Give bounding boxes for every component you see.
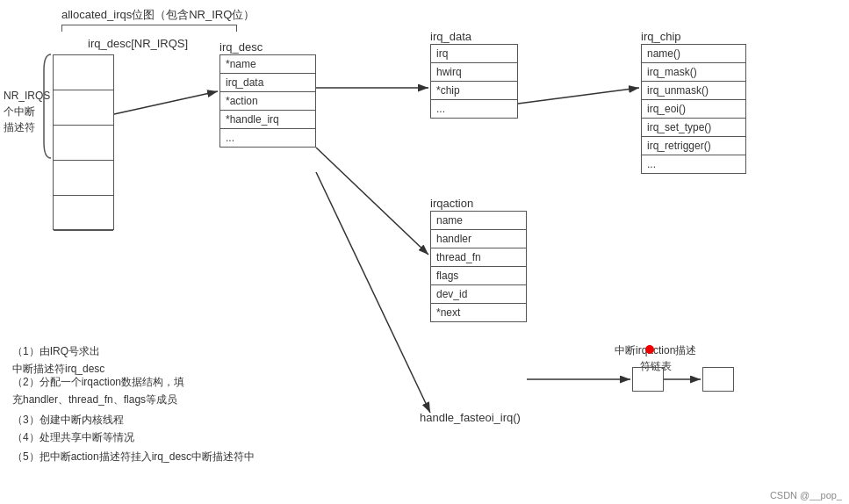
irqdesc-dots: ...	[220, 129, 315, 147]
irqaction-devid: dev_id	[431, 285, 526, 304]
irqdesc-array-box	[53, 54, 114, 230]
diagram-container: allocated_irqs位图（包含NR_IRQ位） irq_desc[NR_…	[0, 0, 849, 504]
irqdesc-struct: *name irq_data *action *handle_irq ...	[219, 54, 316, 148]
annotation-3: （3）创建中断内核线程	[12, 411, 124, 428]
watermark: CSDN @__pop_	[770, 490, 842, 500]
irqdata-box: irq hwirq *chip ...	[430, 44, 518, 119]
array-row-1	[54, 55, 113, 90]
annotation-2: （2）分配一个irqaction数据结构，填 充handler、thread_f…	[12, 373, 184, 409]
irqchip-box: name() irq_mask() irq_unmask() irq_eoi()…	[641, 44, 746, 174]
annotation-4: （4）处理共享中断等情况	[12, 428, 134, 446]
svg-line-6	[316, 172, 430, 413]
array-row-3	[54, 126, 113, 161]
irqaction-handler: handler	[431, 230, 526, 248]
irqdesc-array-label: irq_desc[NR_IRQS]	[88, 37, 188, 50]
irqdata-irq: irq	[431, 45, 517, 63]
array-row-4	[54, 161, 113, 196]
handle-fasteoi-label: handle_fasteoi_irq()	[420, 411, 521, 424]
irqdesc-name: *name	[220, 55, 315, 74]
chain-box-1	[632, 367, 664, 392]
irqchip-mask: irq_mask()	[642, 63, 745, 82]
irqchip-retrigger: irq_retrigger()	[642, 137, 745, 155]
irqchip-dots: ...	[642, 155, 745, 173]
irqaction-threadfn: thread_fn	[431, 248, 526, 267]
irqdata-dots: ...	[431, 100, 517, 118]
irqdesc-irqdata: irq_data	[220, 74, 315, 92]
irqaction-box: name handler thread_fn flags dev_id *nex…	[430, 211, 527, 322]
irqaction-struct: name handler thread_fn flags dev_id *nex…	[430, 211, 527, 322]
array-row-2	[54, 90, 113, 126]
irqdesc-struct-box: *name irq_data *action *handle_irq ...	[219, 54, 316, 148]
irqchip-eoi: irq_eoi()	[642, 100, 745, 119]
annotation-5: （5）把中断action描述符挂入irq_desc中断描述符中	[12, 448, 255, 465]
red-dot-annotation	[645, 345, 654, 354]
irqdata-struct: irq hwirq *chip ...	[430, 44, 518, 119]
irqchip-settype: irq_set_type()	[642, 119, 745, 137]
irqdata-label: irq_data	[430, 30, 471, 43]
irqchip-name: name()	[642, 45, 745, 63]
irqchip-unmask: irq_unmask()	[642, 82, 745, 100]
array-row-5	[54, 196, 113, 231]
irqchip-label: irq_chip	[641, 30, 681, 43]
irqaction-flags: flags	[431, 267, 526, 285]
irqchip-struct: name() irq_mask() irq_unmask() irq_eoi()…	[641, 44, 746, 174]
irqaction-label: irqaction	[430, 197, 473, 210]
irqaction-name: name	[431, 212, 526, 230]
allocated-label: allocated_irqs位图（包含NR_IRQ位）	[61, 7, 255, 23]
svg-line-2	[114, 91, 218, 114]
chain-box-2	[702, 367, 734, 392]
irqdesc-handle: *handle_irq	[220, 111, 315, 129]
svg-line-5	[316, 148, 428, 255]
svg-line-4	[518, 88, 639, 104]
irqdata-chip: *chip	[431, 82, 517, 100]
irqdata-hwirq: hwirq	[431, 63, 517, 82]
allocated-bar	[61, 25, 237, 32]
irqaction-next: *next	[431, 304, 526, 321]
irqdesc-struct-label: irq_desc	[219, 40, 263, 54]
nr-irqs-label: NR_IRQS个中断描述符	[4, 88, 50, 135]
irqdesc-action: *action	[220, 92, 315, 111]
